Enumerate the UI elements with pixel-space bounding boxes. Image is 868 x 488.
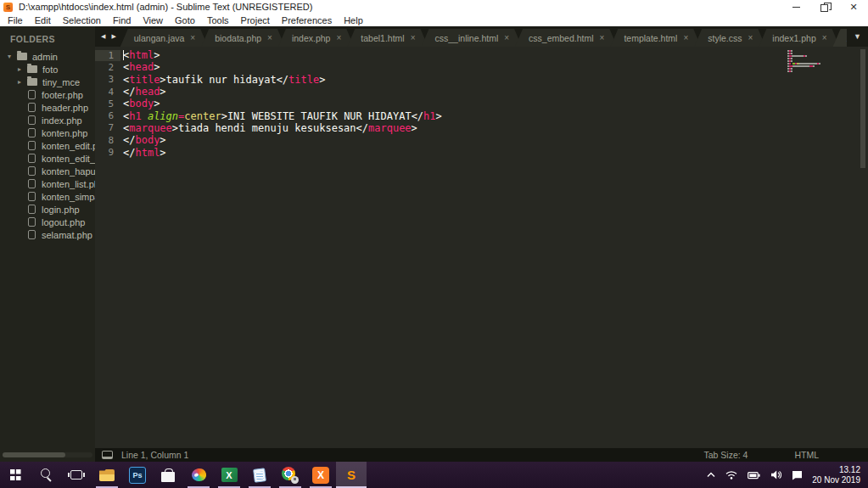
- close-icon[interactable]: ×: [504, 33, 509, 42]
- close-icon[interactable]: ×: [190, 33, 195, 42]
- file-icon: [28, 115, 36, 125]
- taskbar-file-explorer-button[interactable]: [92, 462, 122, 488]
- menu-item-project[interactable]: Project: [235, 14, 276, 26]
- collapsed-arrow-icon[interactable]: ▸: [18, 65, 27, 73]
- editor-vertical-scrollbar[interactable]: [860, 49, 865, 168]
- taskbar-photoshop-button[interactable]: Ps: [122, 462, 153, 488]
- battery-icon[interactable]: [742, 462, 765, 488]
- code-token: marquee: [368, 122, 412, 134]
- close-icon[interactable]: ×: [267, 33, 272, 42]
- tree-item-konten_simpan.p[interactable]: konten_simpan.p: [0, 190, 95, 203]
- wifi-icon[interactable]: [720, 462, 742, 488]
- taskbar-microsoft-store-button[interactable]: [153, 462, 183, 488]
- tree-item-header.php[interactable]: header.php: [0, 101, 95, 114]
- tree-item-konten_list.php[interactable]: konten_list.php: [0, 177, 95, 190]
- tab-label: css__inline.html: [435, 33, 499, 43]
- tree-item-konten_edit_simp[interactable]: konten_edit_simp: [0, 152, 95, 165]
- scrollbar-thumb[interactable]: [3, 452, 65, 457]
- minimap[interactable]: [787, 50, 827, 73]
- tray-chevron-up-icon[interactable]: [702, 462, 720, 488]
- code-editor[interactable]: 1<html>2<head>3<title>taufik nur hidayat…: [95, 47, 868, 448]
- tab-ulangan.java[interactable]: ulangan.java×: [120, 29, 208, 47]
- tree-item-konten.php[interactable]: konten.php: [0, 126, 95, 139]
- close-icon[interactable]: ×: [336, 33, 341, 42]
- minimap-segment: [805, 55, 807, 57]
- tree-item-label: konten_edit.php: [42, 141, 95, 151]
- close-icon[interactable]: ×: [600, 33, 605, 42]
- taskbar-excel-button[interactable]: X: [214, 462, 244, 488]
- taskbar-notepad-button[interactable]: [244, 462, 275, 488]
- syntax-indicator[interactable]: HTML: [794, 450, 819, 460]
- tab-overflow-icon[interactable]: ▼: [847, 26, 868, 47]
- titlebar: S D:\xampp\htdocs\index.html (admin) - S…: [0, 0, 868, 14]
- taskbar-start-button[interactable]: [0, 462, 31, 488]
- tab-size-indicator[interactable]: Tab Size: 4: [703, 450, 748, 460]
- collapsed-arrow-icon[interactable]: ▸: [18, 78, 27, 86]
- menu-item-find[interactable]: Find: [107, 14, 137, 26]
- taskbar-task-view-button[interactable]: [61, 462, 92, 488]
- tree-item-footer.php[interactable]: footer.php: [0, 88, 95, 101]
- tree-item-admin[interactable]: ▾admin: [0, 50, 95, 63]
- action-center-icon[interactable]: [787, 462, 808, 488]
- menu-item-help[interactable]: Help: [338, 14, 369, 26]
- menu-item-goto[interactable]: Goto: [169, 14, 201, 26]
- tree-item-foto[interactable]: ▸foto: [0, 63, 95, 76]
- tab-css__inline.html[interactable]: css__inline.html×: [422, 29, 523, 47]
- line-number: 3: [95, 74, 120, 85]
- tab-style.css[interactable]: style.css×: [694, 29, 765, 47]
- close-icon[interactable]: ×: [822, 33, 827, 42]
- code-token: body: [129, 98, 154, 109]
- taskbar-xampp-button[interactable]: X: [305, 462, 336, 488]
- sidebar-horizontal-scrollbar[interactable]: [3, 452, 92, 457]
- tree-item-index.php[interactable]: index.php: [0, 114, 95, 126]
- expanded-arrow-icon[interactable]: ▾: [8, 53, 17, 60]
- menu-item-preferences[interactable]: Preferences: [276, 14, 338, 26]
- tree-item-login.php[interactable]: login.php: [0, 203, 95, 216]
- code-token: [142, 110, 148, 122]
- search-icon: [40, 468, 53, 481]
- taskbar-clock[interactable]: 13.12 20 Nov 2019: [808, 465, 868, 485]
- tab-template.html[interactable]: template.html×: [610, 29, 701, 47]
- code-token: head: [135, 86, 160, 98]
- tree-item-selamat.php[interactable]: selamat.php: [0, 228, 95, 241]
- tree-item-konten_edit.php[interactable]: konten_edit.php: [0, 139, 95, 152]
- sublime-app-icon: S: [3, 3, 13, 12]
- minimize-button[interactable]: [781, 0, 810, 14]
- tree-item-konten_hapus.ph[interactable]: konten_hapus.ph: [0, 165, 95, 177]
- menu-item-view[interactable]: View: [137, 14, 169, 26]
- taskbar-paint-button[interactable]: [183, 462, 214, 488]
- tab-css_embed.html[interactable]: css_embed.html×: [515, 29, 617, 47]
- line-content: <body>: [120, 98, 160, 109]
- tree-item-label: foto: [42, 65, 58, 75]
- tab-tabel1.html[interactable]: tabel1.html×: [347, 29, 428, 47]
- restore-button[interactable]: [810, 0, 839, 14]
- menu-item-edit[interactable]: Edit: [29, 14, 57, 26]
- close-icon[interactable]: ×: [748, 33, 753, 42]
- code-token: </: [123, 147, 135, 159]
- tab-biodata.php[interactable]: biodata.php×: [201, 29, 285, 47]
- close-icon[interactable]: ×: [683, 33, 688, 42]
- code-token: >: [436, 110, 442, 122]
- menu-item-tools[interactable]: Tools: [201, 14, 235, 26]
- code-token: >: [172, 122, 178, 134]
- file-icon: [28, 103, 36, 112]
- volume-icon[interactable]: [765, 462, 787, 488]
- tab-index1.php[interactable]: index1.php×: [759, 29, 839, 47]
- tree-item-logout.php[interactable]: logout.php: [0, 216, 95, 228]
- taskbar-sublime-text-button[interactable]: S: [336, 462, 367, 488]
- taskbar-search-button[interactable]: [31, 462, 61, 488]
- menu-item-file[interactable]: File: [2, 14, 29, 26]
- task-view-icon: [70, 470, 82, 480]
- tab-index.php[interactable]: index.php×: [278, 29, 354, 47]
- tree-item-tiny_mce[interactable]: ▸tiny_mce: [0, 76, 95, 88]
- menu-item-selection[interactable]: Selection: [57, 14, 107, 26]
- tab-scroll-right-icon[interactable]: ▶: [111, 33, 115, 40]
- taskbar-apps: PsXXS: [0, 462, 367, 488]
- minimap-line: [787, 58, 827, 59]
- close-button[interactable]: ✕: [839, 0, 868, 14]
- taskbar-chrome-button[interactable]: [275, 462, 305, 488]
- tab-scroll-left-icon[interactable]: ◀: [101, 33, 105, 40]
- panel-toggle-icon[interactable]: [102, 451, 113, 459]
- close-icon[interactable]: ×: [411, 33, 416, 42]
- tree-item-label: selamat.php: [42, 230, 92, 240]
